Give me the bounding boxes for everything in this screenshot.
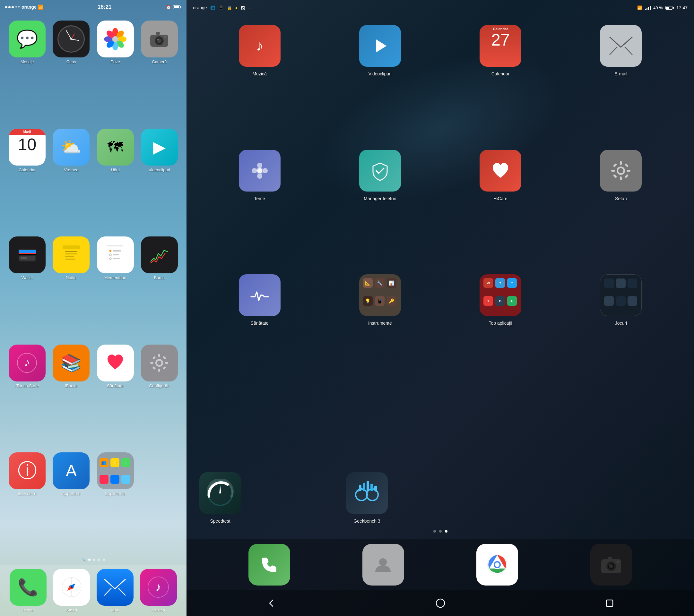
app-configurari[interactable]: Configurări [138, 344, 181, 445]
android-email-label: E-mail [615, 71, 627, 76]
dock-mail[interactable]: Mail [97, 569, 133, 613]
android-manager-icon [359, 150, 401, 191]
app-suplimente[interactable]: 👥 ⭐ + Suplimente [93, 452, 138, 553]
ios-page-dots: 🔍 [0, 553, 186, 565]
ios-app-grid: 💬 Mesaje Ceas [0, 14, 186, 553]
android-app-topapps[interactable]: W f t Y B E Top aplicații [440, 274, 561, 390]
app-ceas[interactable]: Ceas [49, 20, 93, 121]
android-videoclipuri-label: Videoclipuri [368, 71, 391, 76]
app-mementouri[interactable]: Mementouri [93, 237, 138, 337]
dock-safari-icon [53, 569, 90, 606]
svg-rect-41 [158, 354, 160, 357]
android-calendar-icon: Calendar 27 [479, 25, 521, 67]
dock-muzica[interactable]: ♪ Muzică [140, 569, 177, 613]
svg-point-9 [112, 36, 118, 42]
ios-status-left: orange 📶 [5, 4, 43, 10]
signal-bar-3 [648, 7, 649, 10]
svg-rect-107 [606, 600, 613, 606]
svg-marker-64 [376, 39, 386, 52]
android-app-sanatate[interactable]: Sănătate [199, 274, 320, 390]
android-speedtest-icon [199, 472, 241, 514]
android-dock-telefon[interactable] [249, 544, 290, 585]
app-ibooks[interactable]: 📚 iBooks [49, 344, 93, 445]
android-app-geekbench[interactable]: Geekbench 3 [346, 472, 388, 524]
android-dock-contacte-icon [362, 544, 404, 585]
app-mesaje[interactable]: 💬 Mesaje [5, 20, 49, 121]
svg-rect-44 [165, 362, 168, 364]
svg-rect-25 [65, 251, 77, 252]
svg-rect-47 [152, 367, 156, 370]
ios-signal-dots [5, 6, 20, 8]
app-idevice[interactable]: ⓘ iDevice.ro [5, 452, 49, 553]
android-app-instrumente[interactable]: 📐 🔧 📊 💡 📱 🔑 Instrumente [320, 274, 440, 390]
android-page-dot-2 [439, 530, 442, 533]
app-videoclipuri[interactable]: ▶ Videoclipuri [138, 129, 181, 229]
ios-carrier: orange [21, 4, 37, 10]
app-bursa[interactable]: Bursa [138, 237, 181, 337]
itunes-icon: ♪ [9, 344, 45, 381]
android-app-setari[interactable]: Setări [561, 150, 681, 265]
app-camera[interactable]: Cameră [138, 20, 181, 121]
android-back-button[interactable] [262, 594, 281, 613]
app-sanatate[interactable]: Sănătate [93, 344, 138, 445]
android-app-email[interactable]: E-mail [561, 25, 681, 140]
app-wallet[interactable]: Wallet [5, 237, 49, 337]
vremea-label: Vremea [64, 167, 78, 172]
android-dock-contacte[interactable] [362, 544, 404, 585]
svg-point-106 [436, 599, 444, 607]
android-dock-chrome[interactable] [476, 544, 518, 585]
camera-icon [141, 20, 178, 57]
android-topapps-folder: W f t Y B E [479, 274, 521, 316]
app-vremea[interactable]: ⛅ Vremea [49, 129, 93, 229]
signal-dot-5 [18, 6, 20, 8]
ios-alarm-icon: ⏰ [166, 5, 171, 10]
app-calendar[interactable]: Marți 10 Calendar [5, 129, 49, 229]
dock-safari[interactable]: Safari [53, 569, 90, 613]
svg-line-59 [104, 588, 111, 595]
android-recent-button[interactable] [600, 594, 619, 613]
app-notite[interactable]: Notițe [49, 237, 93, 337]
android-app-calendar[interactable]: Calendar 27 Calendar [440, 25, 561, 140]
android-muzica-label: Muzică [252, 71, 267, 76]
camera-label: Cameră [152, 59, 167, 64]
android-app-videoclipuri[interactable]: Videoclipuri [320, 25, 440, 140]
ibooks-icon: 📚 [53, 344, 90, 381]
android-app-teme[interactable]: Teme [199, 150, 320, 265]
svg-rect-88 [359, 485, 362, 491]
app-harti[interactable]: 🗺 Hărți [93, 129, 138, 229]
dock-mail-label: Mail [111, 608, 119, 613]
android-calendar-label: Calendar [491, 71, 510, 76]
videoclipuri-icon: ▶ [141, 129, 178, 166]
android-dock-camera[interactable] [590, 544, 632, 585]
appstore-label: App Store [62, 491, 80, 496]
android-home-button[interactable] [431, 594, 450, 613]
android-notif-globe: 🌐 [210, 5, 215, 10]
android-status-left: orange 🌐 📱 🔒 ● 🖼 ··· [193, 5, 252, 10]
android-app-muzica[interactable]: ♪ Muzică [199, 25, 320, 140]
android-email-icon [600, 25, 642, 67]
app-poze[interactable]: Poze [93, 20, 138, 121]
suplimente-icon: 👥 ⭐ + [97, 452, 134, 489]
bursa-label: Bursa [154, 275, 165, 280]
dock-telefon[interactable]: 📞 Telefon [10, 569, 47, 613]
svg-text:♪: ♪ [156, 580, 161, 594]
android-app-speedtest[interactable]: Speedtest [199, 472, 241, 524]
svg-rect-46 [163, 356, 166, 360]
android-app-manager[interactable]: Manager telefon [320, 150, 440, 265]
sanatate-label: Sănătate [107, 384, 124, 388]
ios-page-dot-3 [98, 559, 100, 561]
app-itunes[interactable]: ♪ iTunes Store [5, 344, 49, 445]
ios-time: 18:21 [97, 4, 111, 10]
android-setari-label: Setări [615, 196, 627, 201]
ios-wifi-icon: 📶 [38, 4, 43, 10]
dock-telefon-icon: 📞 [10, 569, 47, 606]
svg-marker-84 [219, 485, 221, 493]
dock-mail-icon [97, 569, 133, 606]
android-app-hicare[interactable]: HiCare [440, 150, 561, 265]
ceas-label: Ceas [67, 59, 76, 64]
notite-icon [53, 237, 90, 273]
app-appstore[interactable]: A App Store [49, 452, 93, 553]
android-geekbench-icon [346, 472, 388, 514]
android-app-jocuri[interactable]: Jocuri [561, 274, 681, 390]
android-more-notifs: ··· [248, 5, 252, 10]
